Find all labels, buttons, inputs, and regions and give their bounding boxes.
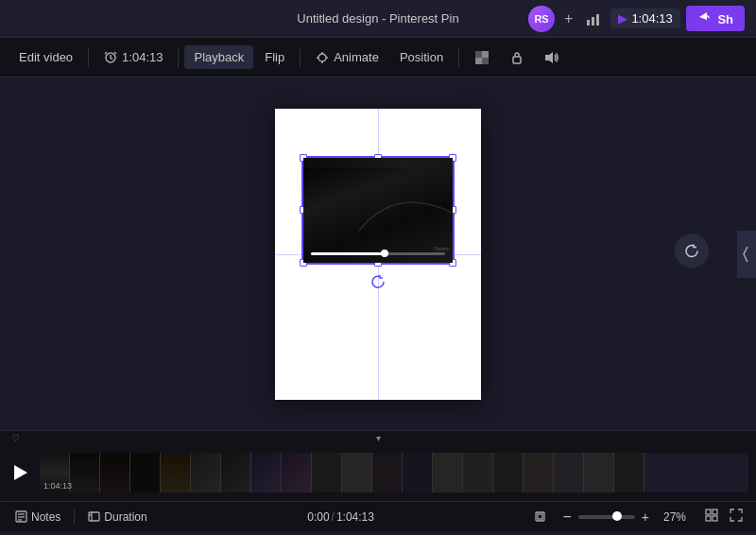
timeline-top-bar: ♡ ▾ — [0, 431, 756, 444]
expand-view-button[interactable] — [726, 507, 747, 526]
toolbar: Edit video 1:04:13 Playback Flip Animate… — [0, 38, 756, 78]
timeline-thumb-13 — [403, 453, 433, 492]
top-bar: Untitled design - Pinterest Pin RS + ▶ 1… — [0, 0, 756, 38]
video-element[interactable]: Pexels — [301, 156, 455, 265]
timeline-thumb-15 — [463, 453, 493, 492]
notes-button[interactable]: Notes — [9, 508, 66, 526]
animate-button[interactable]: Animate — [306, 45, 388, 69]
timeline-thumb-18 — [554, 453, 584, 492]
top-bar-center: Untitled design - Pinterest Pin — [297, 11, 458, 26]
status-separator-1 — [74, 509, 75, 525]
zoom-thumb — [612, 511, 622, 521]
svg-rect-21 — [706, 509, 711, 514]
svg-rect-22 — [713, 509, 717, 514]
zoom-percentage: 27% — [656, 510, 686, 524]
time-separator: / — [332, 510, 335, 524]
project-title: Untitled design - Pinterest Pin — [297, 11, 458, 26]
position-button[interactable]: Position — [390, 45, 453, 69]
grid-view-button[interactable] — [701, 507, 722, 526]
heart-icon: ♡ — [11, 433, 20, 443]
svg-rect-16 — [89, 512, 99, 521]
timeline-thumb-12 — [372, 453, 403, 492]
timeline-thumb-19 — [584, 453, 614, 492]
timeline-track[interactable]: 1:04:13 — [40, 453, 748, 492]
right-panel-toggle[interactable] — [737, 231, 756, 278]
timeline-thumb-14 — [433, 453, 463, 492]
timeline-play-button[interactable] — [8, 459, 34, 486]
playback-button[interactable]: Playback — [184, 45, 253, 69]
timeline-thumb-20 — [614, 453, 644, 492]
svg-rect-5 — [475, 51, 482, 58]
top-bar-right: RS + ▶ 1:04:13 Sh — [528, 6, 745, 32]
transparency-button[interactable] — [465, 45, 499, 70]
duration-button[interactable]: Duration — [82, 508, 152, 526]
duration-label: Duration — [104, 510, 146, 524]
flip-button[interactable]: Flip — [255, 45, 294, 69]
fit-button[interactable] — [528, 508, 552, 526]
svg-marker-10 — [545, 52, 553, 63]
analytics-icon[interactable] — [582, 8, 605, 30]
toolbar-separator-4 — [458, 48, 459, 67]
flip-label: Flip — [265, 50, 284, 64]
timeline-thumb-11 — [342, 453, 372, 492]
watermark: Pexels — [435, 246, 449, 251]
timeline-chevron-icon[interactable]: ▾ — [376, 433, 381, 443]
timeline-thumb-17 — [524, 453, 554, 492]
edit-video-label: Edit video — [19, 50, 73, 64]
svg-rect-0 — [587, 20, 590, 26]
svg-rect-1 — [592, 17, 594, 26]
svg-rect-6 — [482, 51, 489, 58]
svg-rect-20 — [538, 514, 542, 519]
animate-label: Animate — [334, 50, 379, 64]
timestamp-button[interactable]: 1:04:13 — [94, 45, 172, 69]
share-button[interactable]: Sh — [686, 6, 745, 31]
volume-button[interactable] — [535, 46, 569, 69]
timer-display[interactable]: ▶ 1:04:13 — [610, 9, 679, 28]
svg-rect-9 — [513, 57, 521, 63]
svg-rect-2 — [596, 14, 599, 26]
add-button[interactable]: + — [560, 7, 576, 31]
total-time: 1:04:13 — [336, 510, 374, 524]
timestamp-label: 1:04:13 — [122, 50, 163, 64]
timeline-time-label: 1:04:13 — [43, 481, 72, 491]
zoom-slider[interactable] — [578, 515, 635, 519]
video-progress-bar[interactable] — [311, 252, 445, 255]
refresh-button[interactable] — [675, 233, 709, 268]
timeline-thumb-9 — [282, 453, 312, 492]
toolbar-separator-2 — [178, 48, 179, 67]
timeline-thumb-3 — [100, 453, 130, 492]
edit-video-button[interactable]: Edit video — [9, 45, 82, 69]
rotate-handle[interactable] — [369, 272, 387, 291]
timeline-thumb-8 — [251, 453, 282, 492]
avatar[interactable]: RS — [528, 6, 555, 32]
svg-rect-7 — [475, 58, 482, 64]
timeline-thumb-2 — [70, 453, 100, 492]
canvas-page: Pexels — [275, 109, 481, 400]
timeline-thumb-4 — [130, 453, 161, 492]
timeline-thumb-6 — [191, 453, 221, 492]
svg-point-4 — [318, 54, 326, 61]
svg-marker-11 — [14, 465, 27, 480]
status-bar: Notes Duration 0:00 / 1:04:13 − + 27% — [0, 501, 756, 531]
lock-button[interactable] — [501, 46, 533, 69]
timeline-content: 1:04:13 — [0, 444, 756, 501]
timeline-thumb-16 — [493, 453, 524, 492]
main-area: Pexels — [0, 78, 756, 430]
time-display-group: 0:00 / 1:04:13 — [161, 510, 522, 524]
svg-rect-24 — [713, 516, 717, 521]
toolbar-separator-3 — [300, 48, 301, 67]
zoom-in-button[interactable]: + — [639, 509, 652, 525]
video-progress-thumb — [381, 250, 388, 257]
timeline-thumb-5 — [161, 453, 191, 492]
toolbar-separator-1 — [88, 48, 89, 67]
video-progress-fill — [311, 252, 385, 255]
zoom-out-button[interactable]: − — [559, 509, 574, 526]
timeline-thumb-7 — [221, 453, 251, 492]
timeline-area: ♡ ▾ — [0, 430, 756, 501]
svg-rect-23 — [706, 516, 711, 521]
timeline-thumb-10 — [312, 453, 342, 492]
view-icons — [701, 507, 747, 526]
zoom-controls: − + 27% — [559, 509, 686, 526]
notes-label: Notes — [31, 510, 60, 524]
svg-rect-8 — [482, 58, 489, 64]
